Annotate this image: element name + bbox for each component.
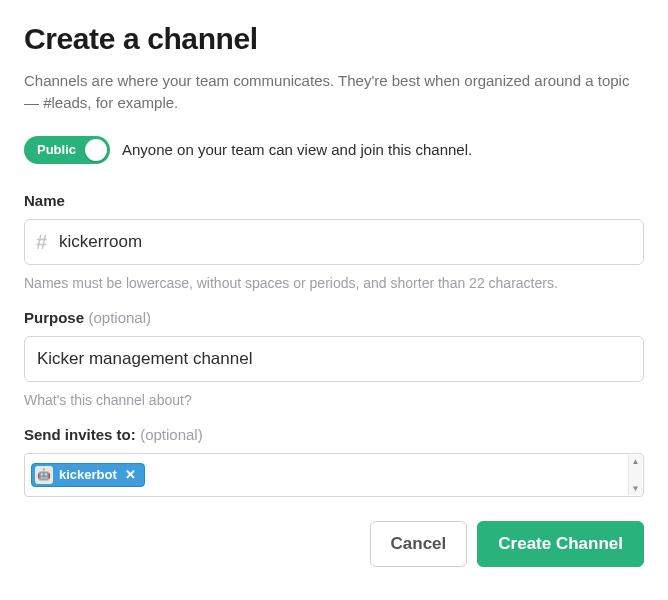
cancel-button[interactable]: Cancel xyxy=(370,521,468,567)
purpose-field-group: Purpose (optional) What's this channel a… xyxy=(24,309,644,408)
invites-input[interactable]: 🤖 kickerbot ✕ ▲ ▼ xyxy=(24,453,644,497)
scroll-up-icon: ▲ xyxy=(632,457,640,466)
page-description: Channels are where your team communicate… xyxy=(24,70,644,114)
privacy-description: Anyone on your team can view and join th… xyxy=(122,141,472,158)
toggle-knob-icon xyxy=(85,139,107,161)
invites-field-group: Send invites to: (optional) 🤖 kickerbot … xyxy=(24,426,644,497)
invite-chip-label: kickerbot xyxy=(59,467,117,482)
channel-purpose-input[interactable] xyxy=(24,336,644,382)
hash-icon: # xyxy=(36,230,47,253)
name-help-text: Names must be lowercase, without spaces … xyxy=(24,275,644,291)
invites-optional: (optional) xyxy=(140,426,203,443)
scroll-down-icon: ▼ xyxy=(632,484,640,493)
privacy-row: Public Anyone on your team can view and … xyxy=(24,136,644,164)
purpose-optional: (optional) xyxy=(88,309,151,326)
purpose-help-text: What's this channel about? xyxy=(24,392,644,408)
create-channel-button[interactable]: Create Channel xyxy=(477,521,644,567)
invites-label: Send invites to: xyxy=(24,426,136,443)
name-label: Name xyxy=(24,192,65,209)
button-row: Cancel Create Channel xyxy=(24,521,644,567)
purpose-label: Purpose xyxy=(24,309,84,326)
bot-avatar-icon: 🤖 xyxy=(35,466,53,484)
name-field-group: Name # Names must be lowercase, without … xyxy=(24,192,644,291)
privacy-toggle-label: Public xyxy=(37,142,76,157)
page-title: Create a channel xyxy=(24,22,644,56)
remove-chip-icon[interactable]: ✕ xyxy=(123,467,138,482)
privacy-toggle[interactable]: Public xyxy=(24,136,110,164)
scrollbar[interactable]: ▲ ▼ xyxy=(628,455,642,495)
channel-name-input[interactable] xyxy=(24,219,644,265)
invite-chip[interactable]: 🤖 kickerbot ✕ xyxy=(31,463,145,487)
